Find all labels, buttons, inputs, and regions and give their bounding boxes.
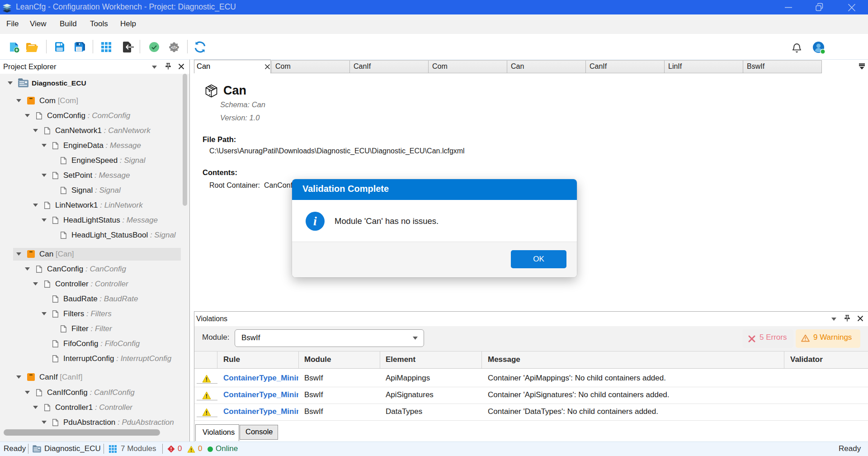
svg-text:</>: </>	[171, 45, 177, 50]
svg-text:i: i	[313, 214, 317, 228]
